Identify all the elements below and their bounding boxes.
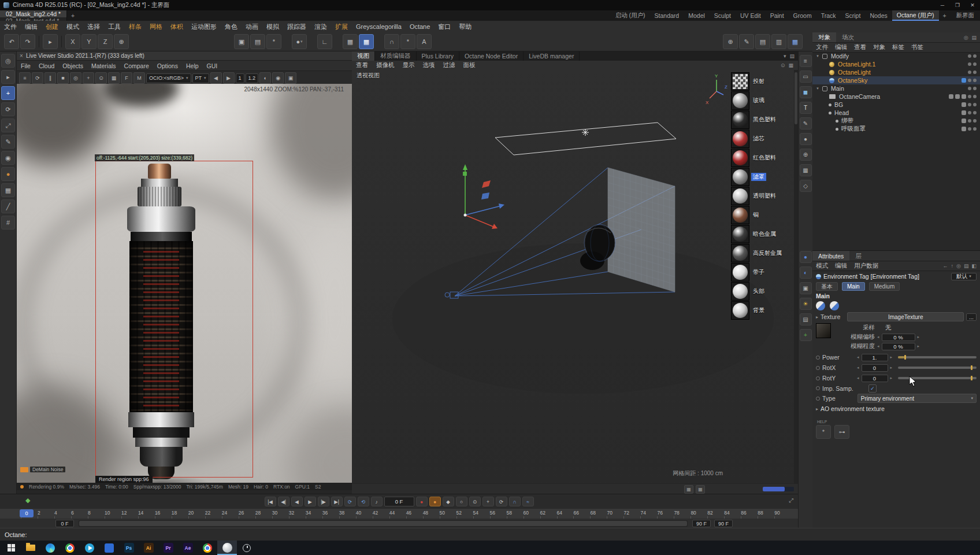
ruler-tick[interactable]: 20 <box>188 509 205 519</box>
texture-tag-icon[interactable] <box>962 119 966 123</box>
menu-文件[interactable]: 文件 <box>0 23 21 31</box>
asset-browser-button[interactable]: ▥ <box>771 34 786 49</box>
dock-icon[interactable]: ▤ <box>789 53 795 59</box>
current-frame-field[interactable]: 0 F <box>384 497 414 506</box>
slider-handle[interactable] <box>971 365 972 370</box>
axis-x-toggle[interactable]: X <box>65 34 80 49</box>
material-thumbnail[interactable] <box>731 72 749 91</box>
keyframe-selection-button[interactable]: ◆ <box>443 497 454 506</box>
document-tab[interactable]: 02_Mask_ing2.c4d * <box>0 10 67 17</box>
ruler-tick[interactable]: 22 <box>205 509 222 519</box>
material-picker-button[interactable]: M <box>133 72 145 84</box>
record-button[interactable]: ● <box>416 497 428 506</box>
ruler-tick[interactable]: 16 <box>155 509 172 519</box>
menu-编辑[interactable]: 编辑 <box>21 23 42 31</box>
render-region-rectangle[interactable] <box>95 161 253 478</box>
render-view-button[interactable]: ▣ <box>234 34 249 49</box>
menu-跟踪器[interactable]: 跟踪器 <box>283 23 310 31</box>
menu-网格[interactable]: 网格 <box>146 23 166 31</box>
axis-tool-icon[interactable]: ⊕ <box>800 149 812 161</box>
ruler-tick[interactable]: 28 <box>255 509 272 519</box>
slider-value-field[interactable]: 1. <box>862 354 888 361</box>
sub-row-value[interactable]: 0 % <box>882 334 915 341</box>
ruler-tick[interactable]: 88 <box>758 509 774 519</box>
visibility-dot[interactable] <box>973 111 977 114</box>
object-row-BG[interactable]: BG <box>812 101 980 109</box>
film-region-button[interactable]: ▦ <box>108 72 120 84</box>
workspace-tab-track[interactable]: Track <box>816 10 841 21</box>
material-item[interactable]: 滤芯 <box>731 129 796 148</box>
stop-render-button[interactable]: ■ <box>57 72 69 84</box>
material-label[interactable]: 背景 <box>751 306 766 314</box>
workspace-tab-octane[interactable]: Octane (用户) <box>892 10 939 21</box>
material-item[interactable]: 红色塑料 <box>731 148 796 167</box>
object-row-OctaneLight[interactable]: OctaneLight <box>812 68 980 76</box>
visibility-dot[interactable] <box>973 127 977 131</box>
octane-menu-objects[interactable]: Objects <box>58 62 87 69</box>
goto-end-button[interactable]: ▶| <box>331 497 343 506</box>
material-thumbnail[interactable] <box>731 263 749 282</box>
octane-menu-gui[interactable]: GUI <box>203 62 222 69</box>
subsample-field[interactable]: 1 <box>236 73 244 83</box>
ruler-tick[interactable]: 62 <box>540 509 557 519</box>
lock-view-button[interactable]: ◉ <box>272 72 284 84</box>
taskbar-app-blue[interactable] <box>99 541 119 555</box>
pause-render-button[interactable]: ∥ <box>44 72 56 84</box>
rotate-tool[interactable]: ⟳ <box>1 102 15 116</box>
render-settings-button[interactable]: * <box>266 34 281 49</box>
material-item[interactable]: 带子 <box>731 262 796 282</box>
mesh-tool[interactable]: ▦ <box>1 183 15 197</box>
menu-模式[interactable]: 模式 <box>62 23 83 31</box>
ruler-tick[interactable]: 54 <box>473 509 490 519</box>
ruler-tick[interactable]: 44 <box>389 509 406 519</box>
object-row-呼吸面罩[interactable]: 呼吸面罩 <box>812 125 980 133</box>
new-document-tab-button[interactable]: + <box>67 10 79 21</box>
visibility-dot[interactable] <box>973 87 977 90</box>
taskbar-explorer[interactable] <box>21 541 40 555</box>
viewer-menu-button[interactable]: ≡ <box>19 72 31 84</box>
key-scale-button[interactable]: ⊙ <box>469 497 481 506</box>
attr-menu-用户数据[interactable]: 用户数据 <box>851 262 882 270</box>
om-menu-标签[interactable]: 标签 <box>889 43 908 51</box>
workspace-tab-nodes[interactable]: Nodes <box>865 10 892 21</box>
viewport-zoom-tool[interactable]: ◎ <box>1 54 15 68</box>
material-label[interactable]: 滤芯 <box>751 135 766 143</box>
ruler-tick[interactable]: 30 <box>272 509 289 519</box>
octane-menu-file[interactable]: File <box>17 62 35 69</box>
material-thumbnail[interactable] <box>731 301 749 320</box>
ruler-tick[interactable]: 26 <box>239 509 255 519</box>
slider-track[interactable] <box>898 377 977 379</box>
fcurve-snap-button[interactable]: ≈ <box>522 497 534 506</box>
menu-工具[interactable]: 工具 <box>104 23 125 31</box>
range-end-field[interactable]: 90 F <box>692 520 711 527</box>
attr-lock-icon[interactable]: ◧ <box>971 263 977 269</box>
viewport-tab-Plus Library[interactable]: Plus Library <box>417 51 459 61</box>
camera-target-button[interactable]: ⊙ <box>95 72 107 84</box>
sub-row-value[interactable]: 0 % <box>882 343 915 350</box>
ruler-tick[interactable]: 82 <box>707 509 724 519</box>
ruler-tick[interactable]: 86 <box>741 509 758 519</box>
menu-Octane[interactable]: Octane <box>406 23 434 30</box>
ruler-tick[interactable]: 76 <box>657 509 674 519</box>
menu-样条[interactable]: 样条 <box>125 23 146 31</box>
new-workspace-button[interactable]: + <box>939 10 951 21</box>
slider-value-field[interactable]: 0 <box>862 364 888 372</box>
ruler-tick[interactable]: 72 <box>623 509 640 519</box>
object-row-绑带[interactable]: 绑带 <box>812 117 980 125</box>
om-menu-对象[interactable]: 对象 <box>870 43 889 51</box>
expander-icon[interactable]: ▾ <box>815 54 821 58</box>
tab-layers[interactable]: 层 <box>849 251 867 261</box>
material-label[interactable]: 投射 <box>751 77 766 86</box>
ruler-tick[interactable]: 40 <box>356 509 373 519</box>
taskbar-telegram[interactable] <box>80 541 99 555</box>
grid-icon[interactable]: ▦ <box>788 62 793 68</box>
key-position-button[interactable]: ○ <box>456 497 467 506</box>
sync-icon[interactable]: ⊙ <box>781 62 785 68</box>
texture-tag-icon[interactable] <box>962 102 966 107</box>
viewport-tab-LiveDB manager[interactable]: LiveDB manager <box>524 51 580 61</box>
material-thumbnail[interactable] <box>731 206 749 224</box>
ruler-tick[interactable]: 4 <box>54 509 71 519</box>
visibility-dot[interactable] <box>973 62 977 66</box>
menu-创建[interactable]: 创建 <box>42 23 62 31</box>
ruler-tick[interactable]: 48 <box>423 509 440 519</box>
